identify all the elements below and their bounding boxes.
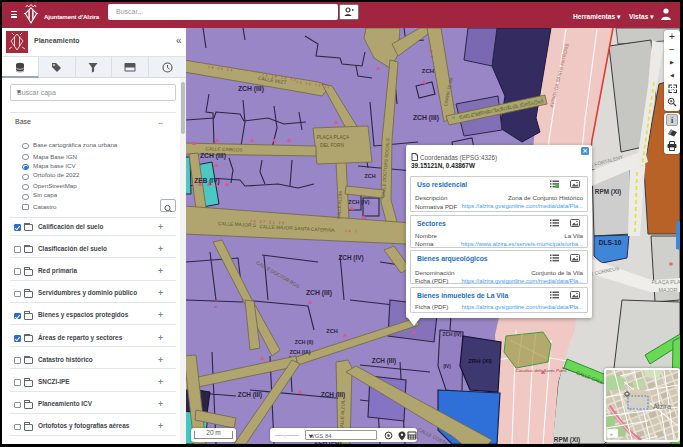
svg-text:(IV): (IV) [443,364,451,369]
svg-text:ZCH (III): ZCH (III) [306,289,332,297]
svg-text:ZCH (III): ZCH (III) [372,357,397,365]
svg-text:RPM (XI): RPM (XI) [595,188,621,196]
svg-text:ZCH (II): ZCH (II) [295,339,314,345]
svg-text:ZCH (III): ZCH (III) [321,391,346,399]
svg-text:ZCH (III): ZCH (III) [238,391,263,399]
svg-text:ZCH: ZCH [422,68,434,74]
svg-text:MAJOR: MAJOR [659,287,678,293]
svg-text:ZCH (III): ZCH (III) [238,85,264,93]
svg-text:ZEB (IV): ZEB (IV) [194,177,219,185]
svg-text:ZCH (IV): ZCH (IV) [338,254,363,262]
svg-text:Casalicis dels Sants Patro: Casalicis dels Sants Patro [515,368,567,373]
svg-text:Alzira: Alzira [653,402,671,411]
svg-text:ZCH: ZCH [364,173,375,179]
svg-text:DLS-10: DLS-10 [599,239,622,246]
svg-text:ZCH (IV): ZCH (IV) [443,332,462,337]
svg-text:PLAÇA PLA: PLAÇA PLA [651,279,680,285]
svg-text:RPM (XI): RPM (XI) [554,436,580,444]
svg-text:ZCH (III): ZCH (III) [200,152,226,160]
svg-text:PLAÇA PLAÇA: PLAÇA PLAÇA [317,135,350,140]
svg-text:ZCH (IA): ZCH (IA) [290,349,311,355]
svg-text:ZCH: ZCH [326,328,338,334]
svg-text:ZCH (III): ZCH (III) [413,114,439,122]
svg-text:DEL FORN: DEL FORN [320,143,345,148]
svg-text:ZRH (XI): ZRH (XI) [468,358,492,364]
svg-text:ZCH (IV): ZCH (IV) [348,199,369,205]
svg-text:8 6: 8 6 [213,300,218,310]
